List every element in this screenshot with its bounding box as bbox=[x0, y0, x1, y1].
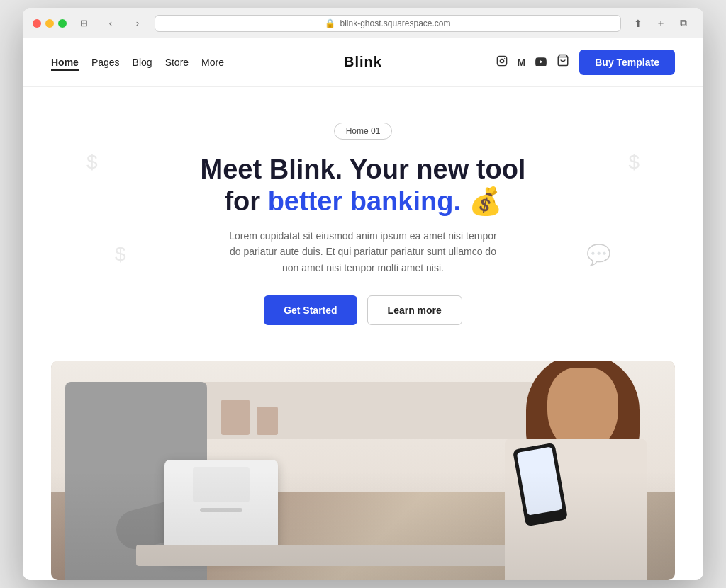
buy-template-button[interactable]: Buy Template bbox=[579, 50, 675, 75]
sidebar-toggle-button[interactable]: ⊞ bbox=[74, 16, 94, 31]
hero-title-line1: Meet Blink. Your new tool bbox=[201, 154, 526, 184]
nav-item-more[interactable]: More bbox=[201, 56, 224, 69]
svg-rect-0 bbox=[497, 56, 506, 65]
hero-title-blue: better banking. bbox=[268, 186, 461, 216]
deco-chat-mid-right: 💬 bbox=[586, 243, 611, 266]
hero-description: Lorem cupidatat sit eiusmod anim ipsum e… bbox=[228, 228, 498, 276]
photo-scene bbox=[51, 361, 675, 580]
forward-button[interactable]: › bbox=[128, 16, 147, 31]
deco-dollar-top-left: $ bbox=[86, 151, 98, 174]
share-button[interactable]: ⬆ bbox=[628, 16, 648, 31]
new-tab-button[interactable]: ＋ bbox=[651, 16, 671, 31]
svg-point-1 bbox=[500, 59, 503, 62]
svg-point-2 bbox=[504, 57, 505, 58]
browser-window: ⊞ ‹ › 🔒 blink-ghost.squarespace.com ⬆ ＋ … bbox=[23, 8, 703, 580]
hero-badge: Home 01 bbox=[334, 123, 393, 140]
traffic-lights bbox=[33, 19, 67, 28]
hero-photo bbox=[51, 361, 675, 580]
hero-buttons: Get Started Learn more bbox=[51, 295, 675, 325]
browser-chrome: ⊞ ‹ › 🔒 blink-ghost.squarespace.com ⬆ ＋ … bbox=[23, 8, 703, 38]
nav-item-store[interactable]: Store bbox=[165, 56, 189, 69]
hero-title: Meet Blink. Your new tool for better ban… bbox=[51, 154, 675, 218]
nav-right: M Buy Template bbox=[496, 50, 675, 75]
nav-links: Home Pages Blog Store More bbox=[51, 56, 224, 69]
url-text: blink-ghost.squarespace.com bbox=[340, 18, 450, 28]
brand-logo: Blink bbox=[344, 54, 382, 70]
scene-overlay bbox=[51, 361, 675, 580]
website-content: Home Pages Blog Store More Blink M bbox=[23, 38, 703, 580]
nav-item-blog[interactable]: Blog bbox=[133, 56, 152, 69]
maximize-button[interactable] bbox=[58, 19, 67, 28]
navigation: Home Pages Blog Store More Blink M bbox=[23, 38, 703, 87]
hero-title-for: for bbox=[224, 186, 267, 216]
medium-icon[interactable]: M bbox=[518, 57, 526, 68]
hero-title-emoji: 💰 bbox=[469, 186, 502, 216]
hero-section: $ $ $ 💬 Home 01 Meet Blink. Your new too… bbox=[23, 87, 703, 361]
minimize-button[interactable] bbox=[45, 19, 54, 28]
nav-item-pages[interactable]: Pages bbox=[91, 56, 120, 69]
deco-dollar-mid-left: $ bbox=[115, 243, 126, 266]
learn-more-button[interactable]: Learn more bbox=[367, 295, 462, 325]
windows-button[interactable]: ⧉ bbox=[674, 16, 693, 31]
deco-dollar-top-right: $ bbox=[628, 151, 640, 174]
back-button[interactable]: ‹ bbox=[101, 16, 121, 31]
address-bar[interactable]: 🔒 blink-ghost.squarespace.com bbox=[155, 15, 621, 32]
cart-icon[interactable] bbox=[557, 54, 569, 70]
youtube-icon[interactable] bbox=[535, 56, 547, 69]
close-button[interactable] bbox=[33, 19, 41, 28]
get-started-button[interactable]: Get Started bbox=[264, 295, 357, 325]
nav-item-home[interactable]: Home bbox=[51, 56, 79, 69]
instagram-icon[interactable] bbox=[496, 55, 508, 69]
lock-icon: 🔒 bbox=[325, 18, 335, 28]
